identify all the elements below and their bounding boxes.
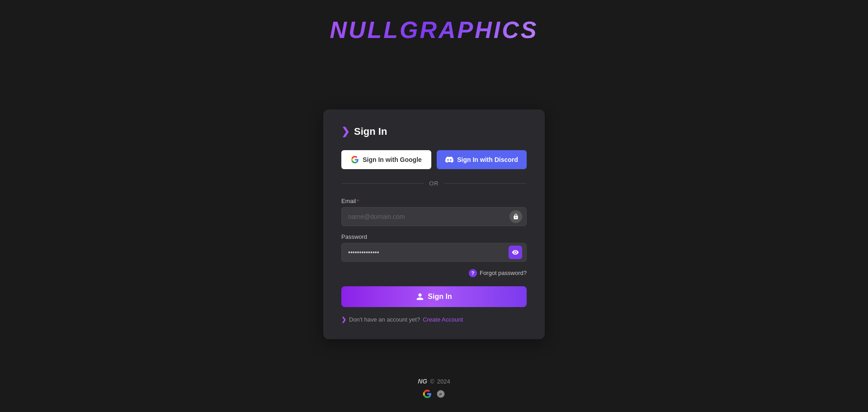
oauth-buttons: Sign In with Google Sign In with Discord: [341, 150, 527, 169]
or-divider: OR: [341, 180, 527, 187]
chevron-icon: ❯: [341, 126, 349, 137]
email-input[interactable]: [341, 207, 527, 226]
create-account-row: ❯ Don't have an account yet? Create Acco…: [341, 316, 527, 323]
footer-google-icon: [423, 389, 432, 398]
discord-signin-button[interactable]: Sign In with Discord: [437, 150, 527, 169]
discord-button-label: Sign In with Discord: [457, 156, 518, 163]
email-form-group: Email*: [341, 198, 527, 226]
email-label: Email*: [341, 198, 527, 204]
main-content: ❯ Sign In Sign In with Google Sign I: [0, 71, 868, 378]
footer: NG © 2024: [0, 378, 868, 412]
footer-year: 2024: [437, 378, 450, 385]
footer-copyright: NG © 2024: [418, 378, 450, 385]
email-input-wrapper: [341, 207, 527, 226]
create-account-chevron: ❯: [341, 316, 346, 323]
password-form-group: Password: [341, 233, 527, 262]
forgot-icon: ?: [469, 269, 477, 277]
footer-icons: [423, 389, 445, 398]
footer-copyright-symbol: ©: [430, 378, 434, 385]
divider-line-left: [341, 183, 424, 184]
card-header: ❯ Sign In: [341, 126, 527, 137]
signin-button-label: Sign In: [428, 293, 452, 301]
footer-swirl-icon: [436, 389, 445, 398]
password-label: Password: [341, 233, 527, 240]
forgot-password-row: ? Forgot password?: [341, 269, 527, 277]
password-input[interactable]: [341, 243, 527, 262]
password-input-wrapper: [341, 243, 527, 262]
forgot-password-link[interactable]: Forgot password?: [480, 270, 527, 276]
password-visibility-toggle[interactable]: [509, 246, 522, 259]
create-account-static: Don't have an account yet?: [349, 316, 420, 323]
create-account-link[interactable]: Create Account: [423, 316, 463, 323]
site-title-wrapper: NULLGRAPHICS: [330, 0, 538, 43]
email-required: *: [357, 199, 359, 204]
email-lock-button[interactable]: [509, 210, 522, 223]
lock-icon: [509, 210, 522, 223]
divider-line-right: [444, 183, 527, 184]
signin-card: ❯ Sign In Sign In with Google Sign I: [323, 109, 545, 339]
footer-ng: NG: [418, 378, 427, 385]
signin-person-icon: [416, 293, 424, 301]
discord-icon: [445, 156, 453, 164]
google-icon: [351, 156, 359, 164]
divider-text: OR: [429, 180, 439, 187]
google-button-label: Sign In with Google: [363, 156, 422, 163]
google-signin-button[interactable]: Sign In with Google: [341, 150, 431, 169]
eye-icon: [509, 246, 522, 259]
site-title: NULLGRAPHICS: [330, 16, 538, 43]
card-title: Sign In: [354, 126, 387, 137]
signin-button[interactable]: Sign In: [341, 286, 527, 307]
